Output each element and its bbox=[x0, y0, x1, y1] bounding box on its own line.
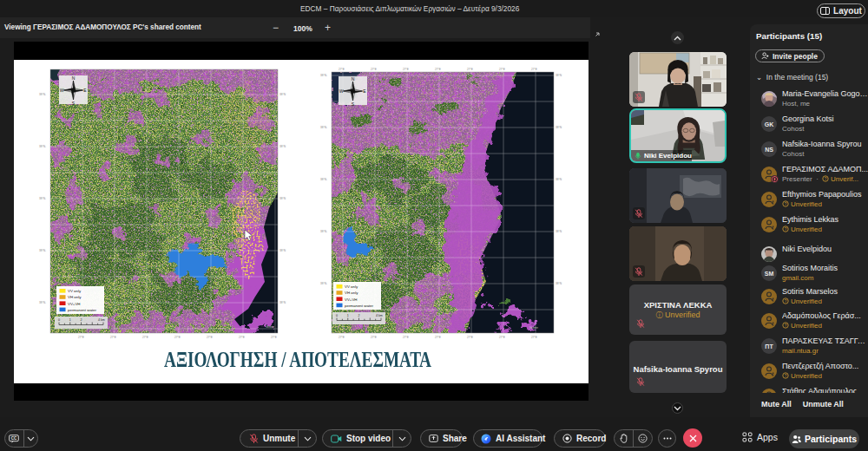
svg-text:38°N: 38°N bbox=[279, 93, 286, 96]
svg-text:permanent water: permanent water bbox=[68, 308, 96, 312]
svg-text:27°E: 27°E bbox=[531, 68, 537, 71]
svg-text:27°E: 27°E bbox=[435, 336, 441, 339]
svg-text:permanent water: permanent water bbox=[345, 304, 373, 308]
svg-text:2: 2 bbox=[81, 318, 82, 322]
svg-text:CC: CC bbox=[11, 435, 17, 440]
svg-text:27°E: 27°E bbox=[467, 68, 473, 71]
svg-text:?: ? bbox=[785, 299, 787, 304]
svg-text:38°N: 38°N bbox=[279, 301, 286, 304]
svg-text:VV only: VV only bbox=[68, 289, 82, 293]
svg-text:27°E: 27°E bbox=[403, 336, 409, 339]
svg-text:27°E: 27°E bbox=[207, 336, 213, 339]
svg-text:27°E: 27°E bbox=[239, 336, 245, 339]
svg-text:27°E: 27°E bbox=[403, 68, 409, 71]
svg-text:Venter: Venter bbox=[529, 326, 539, 330]
svg-text:0: 0 bbox=[336, 314, 338, 317]
svg-text:?: ? bbox=[785, 324, 787, 328]
svg-text:VV+VH: VV+VH bbox=[345, 297, 358, 302]
svg-text:38°N-: 38°N- bbox=[320, 126, 327, 129]
svg-text:27°E: 27°E bbox=[271, 336, 277, 339]
svg-text:?: ? bbox=[785, 374, 787, 378]
svg-text:38°N-: 38°N- bbox=[320, 178, 327, 181]
svg-text:VH only: VH only bbox=[68, 295, 82, 299]
svg-text:38°N: 38°N bbox=[279, 197, 286, 200]
svg-text:38°N-: 38°N- bbox=[39, 197, 46, 200]
svg-text:27°E: 27°E bbox=[499, 336, 505, 339]
svg-text:4 km: 4 km bbox=[376, 314, 383, 317]
svg-text:27°E: 27°E bbox=[174, 336, 181, 339]
svg-text:38°N-: 38°N- bbox=[320, 74, 327, 77]
svg-text:4 km: 4 km bbox=[98, 318, 105, 322]
svg-text:38°N-: 38°N- bbox=[320, 230, 327, 233]
svg-text:38°N-: 38°N- bbox=[39, 93, 46, 96]
svg-text:Venter: Venter bbox=[266, 325, 275, 329]
svg-text:38°N-: 38°N- bbox=[39, 249, 46, 252]
svg-text:1: 1 bbox=[69, 318, 71, 322]
svg-text:27°E: 27°E bbox=[339, 336, 345, 339]
svg-text:38°N-: 38°N- bbox=[39, 145, 46, 148]
svg-text:38°N: 38°N bbox=[556, 230, 562, 233]
svg-text:W: W bbox=[339, 88, 344, 94]
svg-text:27°E: 27°E bbox=[467, 336, 473, 339]
svg-text:0: 0 bbox=[58, 318, 60, 322]
svg-text:38°N-: 38°N- bbox=[39, 301, 46, 304]
svg-text:2: 2 bbox=[358, 314, 360, 317]
svg-text:27°E: 27°E bbox=[371, 336, 377, 339]
svg-text:?: ? bbox=[785, 227, 787, 232]
svg-text:VV+VH: VV+VH bbox=[68, 302, 81, 306]
svg-text:?: ? bbox=[785, 202, 787, 206]
svg-text:27°E: 27°E bbox=[339, 68, 345, 71]
svg-text:27°E: 27°E bbox=[499, 68, 505, 71]
svg-text:27°E: 27°E bbox=[142, 336, 148, 339]
svg-text:38°N: 38°N bbox=[556, 74, 562, 77]
svg-text:27°E: 27°E bbox=[371, 68, 377, 71]
svg-text:27°E: 27°E bbox=[110, 336, 116, 339]
svg-text:?: ? bbox=[825, 177, 827, 181]
svg-text:38°N: 38°N bbox=[279, 145, 286, 148]
svg-text:W: W bbox=[60, 88, 64, 93]
svg-text:1: 1 bbox=[347, 314, 349, 317]
svg-text:38°N: 38°N bbox=[556, 282, 562, 285]
svg-text:27°E: 27°E bbox=[435, 68, 441, 71]
svg-text:N: N bbox=[72, 75, 76, 81]
svg-text:27°E: 27°E bbox=[78, 336, 84, 339]
svg-text:N: N bbox=[352, 76, 355, 82]
svg-text:38°N: 38°N bbox=[556, 178, 562, 181]
svg-text:VH only: VH only bbox=[345, 291, 358, 295]
svg-text:VV only: VV only bbox=[345, 284, 358, 289]
svg-text:38°N: 38°N bbox=[279, 249, 286, 252]
svg-text:38°N: 38°N bbox=[556, 126, 562, 129]
svg-text:27°E: 27°E bbox=[531, 336, 537, 339]
svg-text:38°N-: 38°N- bbox=[320, 282, 327, 285]
